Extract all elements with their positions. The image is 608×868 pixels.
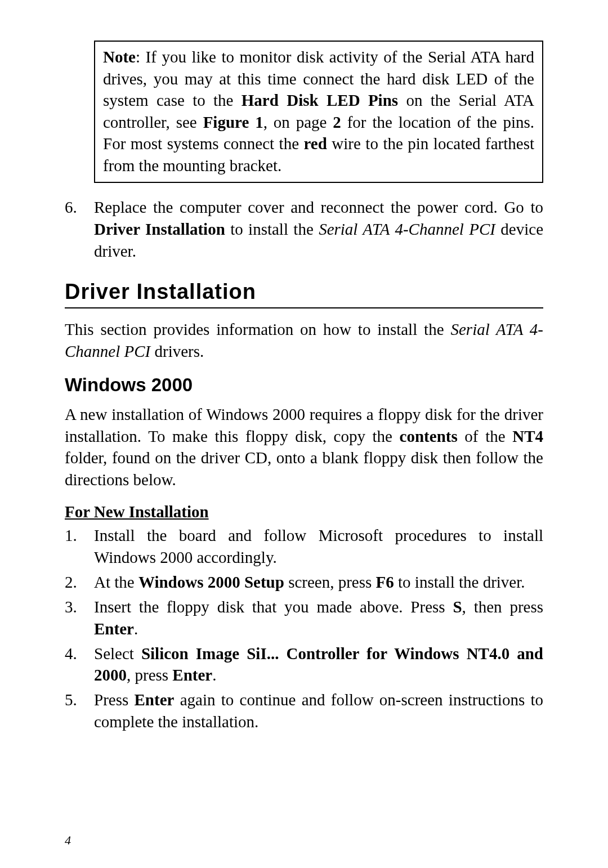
page-number: 4: [65, 833, 71, 848]
note-bold-1: Hard Disk LED Pins: [242, 91, 398, 109]
step-6-number: 6.: [65, 196, 94, 262]
s2-b2: F6: [376, 573, 394, 591]
note-bold-2: Figure 1: [203, 113, 263, 131]
install-step-1: 1. Install the board and follow Microsof…: [65, 525, 543, 568]
new-installation-heading: For New Installation: [65, 503, 543, 521]
step-6-body: Replace the computer cover and reconnect…: [94, 196, 543, 262]
step-6: 6. Replace the computer cover and reconn…: [65, 196, 543, 262]
s3-b2: Enter: [94, 620, 134, 638]
note-bold-3: 2: [333, 113, 341, 131]
s2-t2: screen, press: [284, 573, 376, 591]
s2-b1: Windows 2000 Setup: [138, 573, 284, 591]
s4-b2: Enter: [172, 666, 212, 684]
step-6-text-2: to install the: [225, 220, 319, 238]
s3-t1: Insert the floppy disk that you made abo…: [94, 598, 453, 616]
install-step-5: 5. Press Enter again to continue and fol…: [65, 689, 543, 732]
intro-text-1: This section provides information on how…: [65, 320, 450, 338]
s4-t2: , press: [127, 666, 172, 684]
driver-installation-heading: Driver Installation: [65, 280, 543, 308]
note-box: Note: If you like to monitor disk activi…: [94, 41, 543, 183]
step-6-bold-1: Driver Installation: [94, 220, 225, 238]
install-step-3: 3. Insert the floppy disk that you made …: [65, 596, 543, 639]
step-6-italic-1: Serial ATA 4-Channel PCI: [319, 220, 495, 238]
install-step-1-num: 1.: [65, 525, 94, 568]
s3-t2: , then press: [462, 598, 543, 616]
win2000-bold-1: contents: [400, 427, 458, 445]
s2-t1: At the: [94, 573, 138, 591]
install-step-4: 4. Select Silicon Image SiI... Controlle…: [65, 643, 543, 686]
step-6-text-1: Replace the computer cover and reconnect…: [94, 198, 543, 216]
s3-t3: .: [134, 620, 138, 638]
s4-t1: Select: [94, 645, 141, 663]
s3-b1: S: [453, 598, 462, 616]
install-step-1-body: Install the board and follow Microsoft p…: [94, 525, 543, 568]
note-text-3: , on page: [263, 113, 333, 131]
note-bold-4: red: [304, 135, 327, 153]
install-step-5-body: Press Enter again to continue and follow…: [94, 689, 543, 732]
install-step-2-body: At the Windows 2000 Setup screen, press …: [94, 571, 543, 593]
install-step-4-num: 4.: [65, 643, 94, 686]
win2000-text-2: of the: [458, 427, 512, 445]
win2000-bold-2: NT4: [512, 427, 543, 445]
install-step-5-num: 5.: [65, 689, 94, 732]
s5-b1: Enter: [135, 691, 175, 709]
install-step-2-num: 2.: [65, 571, 94, 593]
install-step-2: 2. At the Windows 2000 Setup screen, pre…: [65, 571, 543, 593]
windows-2000-heading: Windows 2000: [65, 374, 543, 396]
s2-t3: to install the driver.: [394, 573, 525, 591]
intro-paragraph: This section provides information on how…: [65, 319, 543, 362]
install-step-3-num: 3.: [65, 596, 94, 639]
intro-text-2: drivers.: [150, 342, 204, 360]
win2000-intro: A new installation of Windows 2000 requi…: [65, 404, 543, 490]
s5-t1: Press: [94, 691, 135, 709]
install-step-3-body: Insert the floppy disk that you made abo…: [94, 596, 543, 639]
win2000-text-3: folder, found on the driver CD, onto a b…: [65, 449, 543, 489]
note-label: Note: [103, 48, 136, 66]
install-step-4-body: Select Silicon Image SiI... Controller f…: [94, 643, 543, 686]
s4-t3: .: [212, 666, 216, 684]
